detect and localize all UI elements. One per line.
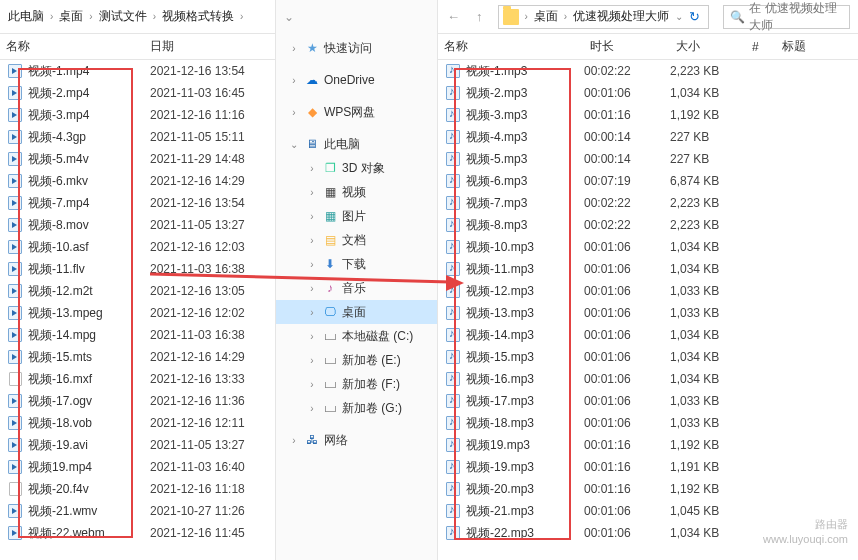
file-row[interactable]: 视频-2.mp300:01:061,034 KB [438,82,858,104]
file-row[interactable]: 视频-3.mp42021-12-16 11:16 [0,104,275,126]
file-row[interactable]: 视频-14.mpg2021-11-03 16:38 [0,324,275,346]
file-name: 视频-12.m2t [28,283,150,300]
file-row[interactable]: 视频-8.mov2021-11-05 13:27 [0,214,275,236]
crumb-seg[interactable]: 测试文件 [95,8,151,25]
file-row[interactable]: 视频-12.mp300:01:061,033 KB [438,280,858,302]
file-row[interactable]: 视频-12.m2t2021-12-16 13:05 [0,280,275,302]
file-row[interactable]: 视频-13.mpeg2021-12-16 12:02 [0,302,275,324]
file-row[interactable]: 视频-14.mp300:01:061,034 KB [438,324,858,346]
file-row[interactable]: 视频-2.mp42021-11-03 16:45 [0,82,275,104]
expand-icon[interactable]: › [306,331,318,342]
file-row[interactable]: 视频-4.3gp2021-11-05 15:11 [0,126,275,148]
tree-item[interactable]: ›♪音乐 [276,276,437,300]
tree-item[interactable]: ›⌴新加卷 (G:) [276,396,437,420]
search-input[interactable]: 🔍 在 优速视频处理大师 [723,5,850,29]
tree-item[interactable]: ›❐3D 对象 [276,156,437,180]
file-name: 视频-22.webm [28,525,150,542]
col-header-hash[interactable]: # [746,40,776,54]
tree-item[interactable]: ›▦视频 [276,180,437,204]
expand-icon[interactable]: › [306,211,318,222]
expand-icon[interactable]: › [288,75,300,86]
file-row[interactable]: 视频-4.mp300:00:14227 KB [438,126,858,148]
right-file-pane: ← ↑ › 桌面 › 优速视频处理大师 ⌄ ↻ 🔍 在 优速视频处理大师 名称 … [438,0,858,560]
expand-icon[interactable]: › [306,283,318,294]
file-row[interactable]: 视频-1.mp42021-12-16 13:54 [0,60,275,82]
crumb-seg[interactable]: 视频格式转换 [158,8,238,25]
file-row[interactable]: 视频19.mp42021-11-03 16:40 [0,456,275,478]
file-row[interactable]: 视频-5.mp300:00:14227 KB [438,148,858,170]
nav-back-icon[interactable]: ← [442,9,465,24]
expand-icon[interactable]: › [306,403,318,414]
expand-icon[interactable]: › [288,107,300,118]
tree-item[interactable]: ›⌴新加卷 (E:) [276,348,437,372]
crumb-seg[interactable]: 此电脑 [4,8,48,25]
col-header-size[interactable]: 大小 [670,38,746,55]
tree-item[interactable]: ›🖵桌面 [276,300,437,324]
chevron-right-icon: › [562,11,569,22]
file-row[interactable]: 视频-10.asf2021-12-16 12:03 [0,236,275,258]
file-row[interactable]: 视频-7.mp300:02:222,223 KB [438,192,858,214]
file-row[interactable]: 视频-7.mp42021-12-16 13:54 [0,192,275,214]
nav-up-icon[interactable]: ↑ [471,9,488,24]
col-header-title[interactable]: 标题 [776,38,812,55]
file-row[interactable]: 视频-6.mkv2021-12-16 14:29 [0,170,275,192]
chevron-down-icon[interactable]: ⌄ [284,10,294,24]
file-size: 6,874 KB [670,174,740,188]
col-header-name[interactable]: 名称 [0,38,144,55]
file-row[interactable]: 视频-15.mts2021-12-16 14:29 [0,346,275,368]
expand-icon[interactable]: › [306,163,318,174]
file-row[interactable]: 视频-17.ogv2021-12-16 11:36 [0,390,275,412]
crumb-seg[interactable]: 桌面 [530,8,562,25]
expand-icon[interactable]: › [306,187,318,198]
col-header-date[interactable]: 日期 [144,38,180,55]
tree-item[interactable]: ›★快速访问 [276,36,437,60]
expand-icon[interactable]: › [288,43,300,54]
tree-item[interactable]: ›🖧网络 [276,428,437,452]
tree-item[interactable]: ›⌴本地磁盘 (C:) [276,324,437,348]
tree-item[interactable]: ›☁OneDrive [276,68,437,92]
expand-icon[interactable]: › [306,259,318,270]
file-row[interactable]: 视频-8.mp300:02:222,223 KB [438,214,858,236]
col-header-name[interactable]: 名称 [438,38,584,55]
file-date: 2021-12-16 11:18 [150,482,260,496]
file-row[interactable]: 视频-22.webm2021-12-16 11:45 [0,522,275,544]
expand-icon[interactable]: › [288,435,300,446]
expand-icon[interactable]: › [306,379,318,390]
file-row[interactable]: 视频-6.mp300:07:196,874 KB [438,170,858,192]
crumb-seg[interactable]: 桌面 [55,8,87,25]
expand-icon[interactable]: › [306,355,318,366]
expand-icon[interactable]: › [306,307,318,318]
tree-item[interactable]: ›▤文档 [276,228,437,252]
file-row[interactable]: 视频-20.f4v2021-12-16 11:18 [0,478,275,500]
refresh-icon[interactable]: ↻ [685,9,704,24]
file-row[interactable]: 视频-3.mp300:01:161,192 KB [438,104,858,126]
file-row[interactable]: 视频-1.mp300:02:222,223 KB [438,60,858,82]
file-row[interactable]: 视频19.mp300:01:161,192 KB [438,434,858,456]
file-row[interactable]: 视频-5.m4v2021-11-29 14:48 [0,148,275,170]
col-header-num[interactable]: 时长 [584,38,670,55]
file-row[interactable]: 视频-19.mp300:01:161,191 KB [438,456,858,478]
file-row[interactable]: 视频-21.wmv2021-10-27 11:26 [0,500,275,522]
crumb-seg[interactable]: 优速视频处理大师 [569,8,673,25]
tree-item[interactable]: ›◆WPS网盘 [276,100,437,124]
dropdown-icon[interactable]: ⌄ [673,11,685,22]
path-box[interactable]: › 桌面 › 优速视频处理大师 ⌄ ↻ [498,5,710,29]
file-row[interactable]: 视频-16.mxf2021-12-16 13:33 [0,368,275,390]
expand-icon[interactable]: ⌄ [288,139,300,150]
expand-icon[interactable]: › [306,235,318,246]
file-row[interactable]: 视频-18.mp300:01:061,033 KB [438,412,858,434]
file-row[interactable]: 视频-11.mp300:01:061,034 KB [438,258,858,280]
file-row[interactable]: 视频-16.mp300:01:061,034 KB [438,368,858,390]
tree-item[interactable]: ⌄🖥此电脑 [276,132,437,156]
file-row[interactable]: 视频-17.mp300:01:061,033 KB [438,390,858,412]
tree-item[interactable]: ›⌴新加卷 (F:) [276,372,437,396]
file-row[interactable]: 视频-11.flv2021-11-03 16:38 [0,258,275,280]
file-row[interactable]: 视频-13.mp300:01:061,033 KB [438,302,858,324]
tree-item[interactable]: ›▦图片 [276,204,437,228]
file-row[interactable]: 视频-20.mp300:01:161,192 KB [438,478,858,500]
file-row[interactable]: 视频-19.avi2021-11-05 13:27 [0,434,275,456]
tree-item[interactable]: ›⬇下载 [276,252,437,276]
file-row[interactable]: 视频-18.vob2021-12-16 12:11 [0,412,275,434]
file-row[interactable]: 视频-15.mp300:01:061,034 KB [438,346,858,368]
file-row[interactable]: 视频-10.mp300:01:061,034 KB [438,236,858,258]
